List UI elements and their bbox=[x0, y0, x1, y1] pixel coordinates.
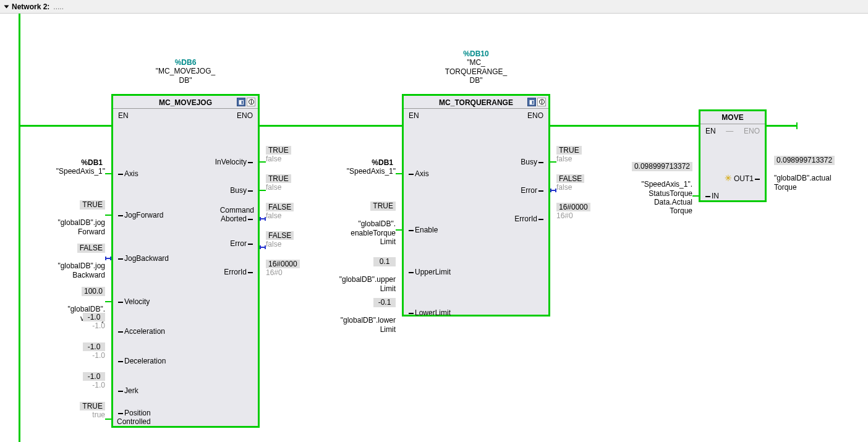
star-icon: ✳ bbox=[725, 173, 732, 183]
eno2-to-move bbox=[550, 125, 699, 127]
block1-db-header: %DB6 "MC_MOVEJOG_ DB" bbox=[142, 58, 229, 85]
block2-eno: ENO bbox=[527, 111, 543, 120]
out-error2: FALSE false bbox=[556, 174, 584, 192]
conn bbox=[105, 215, 111, 216]
pin-enable: Enable bbox=[407, 226, 438, 234]
pin-lower: LowerLimit bbox=[407, 308, 451, 317]
conn bbox=[396, 229, 402, 231]
pin-axis2: Axis bbox=[407, 169, 429, 178]
out-busy1: TRUE false bbox=[266, 174, 291, 192]
ladder-canvas: %DB6 "MC_MOVEJOG_ DB" MC_MOVEJOG ◧ ⓘ EN … bbox=[0, 14, 868, 442]
move-eno-out bbox=[767, 125, 798, 127]
pin-posctrl: Position Controlled bbox=[117, 409, 151, 426]
conn bbox=[260, 161, 266, 163]
out-error1: FALSE false bbox=[266, 231, 294, 249]
conn bbox=[260, 218, 266, 219]
tag-accel: -1.0 -1.0 bbox=[68, 313, 105, 331]
conn bbox=[105, 419, 111, 420]
info-icon[interactable]: ⓘ bbox=[537, 98, 546, 106]
pin-busy2: Busy bbox=[521, 158, 545, 166]
db-icon[interactable]: ◧ bbox=[237, 98, 245, 106]
pin-error1: Error bbox=[230, 239, 254, 248]
tag-axis1: %DB1 "SpeedAxis_1" bbox=[37, 158, 105, 176]
eno1-to-en2 bbox=[260, 125, 402, 127]
network-label: Network 2: bbox=[12, 2, 49, 11]
pin-axis: Axis bbox=[117, 169, 138, 178]
conn bbox=[260, 190, 266, 191]
block1-title: MC_MOVEJOG ◧ ⓘ bbox=[113, 96, 258, 109]
db-icon[interactable]: ◧ bbox=[527, 98, 536, 106]
block-mc-movejog[interactable]: MC_MOVEJOG ◧ ⓘ EN ENO Axis JogForward Jo… bbox=[111, 94, 260, 428]
pin-jogbwd: JogBackward bbox=[117, 254, 169, 263]
out-invel: TRUE false bbox=[266, 146, 291, 164]
pin-decel: Deceleration bbox=[117, 357, 166, 365]
block2-db-id: %DB10 bbox=[433, 49, 519, 58]
block-mc-torquerange[interactable]: MC_TORQUERANGE ◧ ⓘ EN ENO Axis Enable Up… bbox=[402, 94, 550, 317]
rail-to-block1 bbox=[19, 125, 111, 127]
pin-errid2: ErrorId bbox=[514, 215, 545, 223]
conn bbox=[396, 173, 402, 174]
tag-posctrl: TRUE true bbox=[68, 402, 105, 420]
tag-move-in: 0.098999713372 "SpeedAxis_1". StatusTorq… bbox=[618, 153, 692, 216]
tag-jogbwd: FALSE "globalDB".jog Backward bbox=[37, 235, 105, 279]
pin-error2: Error bbox=[521, 186, 545, 195]
move-out1: ✳ OUT1 bbox=[725, 173, 761, 183]
tag-jerk: -1.0 -1.0 bbox=[68, 372, 105, 390]
network-comment: ..... bbox=[53, 2, 64, 11]
info-icon[interactable]: ⓘ bbox=[247, 98, 255, 106]
move-title: MOVE bbox=[700, 111, 765, 124]
block1-db-name: "MC_MOVEJOG_ DB" bbox=[142, 67, 229, 85]
move-in: IN bbox=[704, 192, 719, 200]
tag-upper: 0.1 "globalDB".upper Limit bbox=[328, 249, 396, 293]
tag-jogfwd: TRUE "globalDB".jog Forward bbox=[37, 192, 105, 236]
pin-accel: Acceleration bbox=[117, 327, 165, 336]
move-eno-dash: — bbox=[726, 127, 733, 135]
pin-jerk: Jerk bbox=[117, 386, 138, 395]
block2-db-header: %DB10 "MC_ TORQUERANGE_ DB" bbox=[433, 49, 519, 85]
tag-lower: -0.1 "globalDB".lower Limit bbox=[328, 289, 396, 334]
collapse-icon[interactable] bbox=[4, 5, 9, 8]
pin-velocity: Velocity bbox=[117, 297, 150, 306]
conn bbox=[105, 258, 111, 259]
pin-upper: UpperLimit bbox=[407, 268, 451, 276]
out-cmdab: FALSE false bbox=[266, 203, 294, 221]
move-eno: ENO bbox=[744, 127, 760, 135]
block1-db-id: %DB6 bbox=[142, 58, 229, 67]
pin-cmdab: Command Aborted bbox=[220, 206, 254, 223]
block-move[interactable]: MOVE EN — ENO ✳ OUT1 IN bbox=[699, 109, 767, 202]
conn bbox=[692, 195, 699, 197]
out-errid1: 16#0000 16#0 bbox=[266, 260, 300, 278]
block2-icons: ◧ ⓘ bbox=[527, 98, 546, 106]
block1-icons: ◧ ⓘ bbox=[237, 98, 255, 106]
network-header[interactable]: Network 2: ..... bbox=[0, 0, 868, 14]
out-busy2: TRUE false bbox=[556, 146, 582, 164]
out-errid2: 16#0000 16#0 bbox=[556, 203, 590, 221]
tag-move-out: 0.098999713372 "globalDB".actual Torque bbox=[774, 147, 848, 192]
conn bbox=[260, 247, 266, 248]
move-en: EN bbox=[705, 127, 716, 135]
block2-en: EN bbox=[409, 111, 419, 120]
pin-errid1: ErrorId bbox=[224, 268, 254, 276]
block2-title: MC_TORQUERANGE ◧ ⓘ bbox=[404, 96, 548, 109]
block1-en: EN bbox=[118, 111, 129, 120]
rail-end bbox=[796, 122, 798, 129]
conn bbox=[105, 301, 111, 302]
conn bbox=[550, 161, 556, 163]
block2-db-name: "MC_ TORQUERANGE_ DB" bbox=[433, 58, 519, 85]
tag-axis2: %DB1 "SpeedAxis_1" bbox=[328, 158, 396, 176]
conn bbox=[550, 190, 556, 191]
tag-enable: TRUE "globalDB". enableTorque Limit bbox=[328, 193, 396, 246]
pin-jogfwd: JogForward bbox=[117, 211, 163, 219]
pin-invel: InVelocity bbox=[215, 158, 254, 166]
tag-decel: -1.0 -1.0 bbox=[68, 342, 105, 360]
conn bbox=[105, 173, 111, 174]
pin-busy1: Busy bbox=[230, 186, 254, 195]
block1-eno: ENO bbox=[237, 111, 253, 120]
power-rail bbox=[19, 14, 20, 442]
